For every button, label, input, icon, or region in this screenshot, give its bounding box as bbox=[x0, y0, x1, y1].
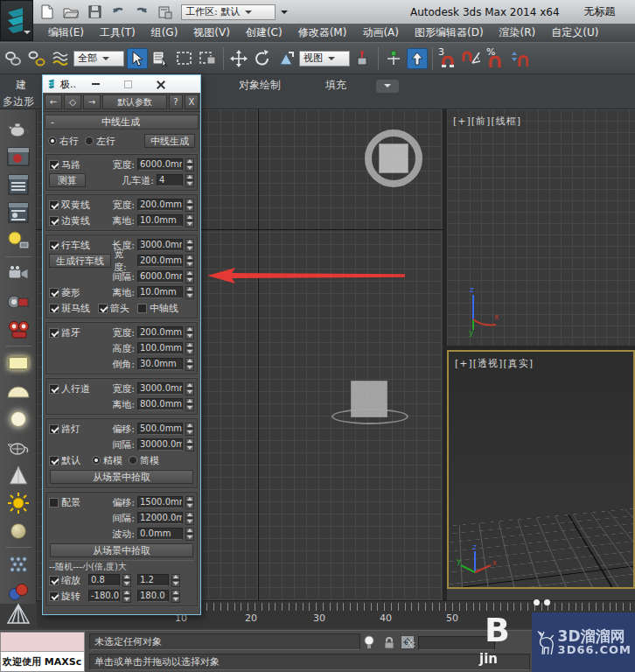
rotate-max-field[interactable]: 180.0 bbox=[137, 590, 169, 602]
viewport-persp-label[interactable]: [+][透视][真实] bbox=[455, 357, 534, 370]
lamp-default-checkbox[interactable] bbox=[49, 456, 59, 466]
light-lister-icon[interactable] bbox=[5, 228, 31, 252]
trackbar-key-dot[interactable] bbox=[534, 599, 540, 606]
scenery-offset-field[interactable]: 1500.0mm bbox=[137, 496, 183, 508]
lamp-offset-field[interactable]: 500.0mm bbox=[137, 423, 183, 435]
lamp-gap-field[interactable]: 30000.0mm bbox=[137, 438, 183, 451]
select-and-manipulate-icon[interactable] bbox=[383, 48, 404, 69]
lane-line-checkbox[interactable] bbox=[49, 241, 59, 250]
sidewalk-height-field[interactable]: 800.0mm bbox=[137, 398, 183, 410]
edge-yellow-checkbox[interactable] bbox=[49, 216, 59, 226]
workspace-selector[interactable]: 工作区: 默认 bbox=[181, 4, 276, 20]
substitute-spheres-icon[interactable] bbox=[5, 580, 31, 604]
bind-to-space-warp-icon[interactable] bbox=[50, 48, 71, 69]
panel-titlebar[interactable]: 极.. bbox=[43, 75, 200, 93]
window-crossing-toggle-icon[interactable] bbox=[198, 48, 219, 69]
select-and-scale-icon[interactable] bbox=[276, 48, 297, 69]
ribbon-tab-object-paint[interactable]: 对象绘制 bbox=[239, 78, 281, 93]
curb-height-field[interactable]: 100.0mm bbox=[137, 342, 183, 354]
help-button[interactable]: ? bbox=[169, 94, 183, 109]
keyboard-shortcut-override-toggle[interactable] bbox=[407, 48, 428, 69]
scenery-gap-field[interactable]: 12000.0mm bbox=[137, 512, 183, 524]
scale-min-field[interactable]: 0.8 bbox=[88, 574, 120, 586]
select-and-rotate-icon[interactable] bbox=[252, 48, 273, 69]
open-file-icon[interactable] bbox=[62, 4, 80, 20]
road-width-field[interactable]: 6000.0mm bbox=[137, 158, 183, 171]
spinner[interactable] bbox=[185, 512, 194, 525]
render-production-teapot-icon[interactable] bbox=[5, 116, 31, 140]
isolate-selection-icon[interactable] bbox=[5, 602, 31, 629]
spinner[interactable] bbox=[185, 255, 194, 268]
curb-bevel-field[interactable]: 30.0mm bbox=[137, 358, 183, 370]
select-object-button[interactable] bbox=[127, 48, 148, 69]
ribbon-tab-modeling[interactable]: 建 bbox=[16, 78, 26, 93]
viewport-perspective[interactable]: [+][透视][真实] z y x bbox=[447, 350, 635, 589]
x-coordinate-field[interactable] bbox=[418, 636, 495, 650]
spinner[interactable] bbox=[185, 174, 194, 187]
radio-lowpoly[interactable] bbox=[129, 456, 137, 465]
rotate-min-field[interactable]: -180.0 bbox=[88, 590, 120, 602]
spinner[interactable] bbox=[185, 158, 194, 172]
select-by-name-icon[interactable] bbox=[150, 48, 171, 69]
project-folder-icon[interactable] bbox=[157, 4, 174, 20]
use-pivot-point-icon[interactable] bbox=[352, 48, 373, 69]
spinner[interactable] bbox=[185, 239, 194, 252]
ribbon-tab-fill[interactable]: 填充 bbox=[325, 78, 346, 93]
maximize-icon[interactable] bbox=[124, 80, 132, 88]
spinner[interactable] bbox=[185, 326, 194, 340]
spinner[interactable] bbox=[185, 342, 194, 355]
menu-create[interactable]: 创建(C) bbox=[238, 25, 290, 40]
menu-animation[interactable]: 动画(A) bbox=[354, 25, 407, 40]
spinner[interactable] bbox=[122, 574, 131, 587]
radio-left-traffic[interactable] bbox=[85, 136, 94, 145]
save-icon[interactable] bbox=[86, 4, 103, 20]
listener-macro-row[interactable] bbox=[1, 633, 84, 652]
redo-icon[interactable] bbox=[133, 4, 150, 20]
generate-lane-lines-button[interactable]: 生成行车线 bbox=[49, 254, 111, 268]
lane-gap-field[interactable]: 6000.0mm bbox=[137, 270, 183, 283]
viewport-front-label[interactable]: [+][前][线框] bbox=[453, 115, 521, 128]
workspace-flyout-icon[interactable] bbox=[281, 10, 288, 18]
snap-toggle-3d-icon[interactable]: 3 bbox=[437, 48, 458, 69]
scenery-pick-from-scene-button[interactable]: 从场景中拾取 bbox=[50, 543, 193, 557]
scale-max-field[interactable]: 1.2 bbox=[137, 574, 169, 586]
lane-width-field[interactable]: 200.0mm bbox=[137, 255, 183, 267]
environment-settings-icon[interactable] bbox=[5, 200, 31, 224]
menu-group[interactable]: 组(G) bbox=[143, 25, 186, 40]
rectangular-selection-region-icon[interactable] bbox=[174, 48, 195, 69]
generate-centerline-button[interactable]: 中线生成 bbox=[144, 134, 195, 148]
roundabout-object[interactable] bbox=[365, 130, 422, 187]
minimize-icon[interactable] bbox=[92, 83, 100, 85]
menu-rendering[interactable]: 渲染(R) bbox=[492, 25, 544, 40]
angle-snap-toggle-icon[interactable] bbox=[461, 48, 482, 69]
sidewalk-checkbox[interactable] bbox=[49, 384, 59, 394]
wire-teapot-icon[interactable] bbox=[5, 435, 31, 458]
batch-render-camera-icon[interactable] bbox=[5, 318, 31, 341]
sphere-object-icon[interactable] bbox=[5, 519, 31, 542]
menu-edit[interactable]: 编辑(E) bbox=[40, 25, 92, 40]
curb-width-field[interactable]: 200.0mm bbox=[137, 326, 183, 339]
spinner[interactable] bbox=[185, 528, 194, 541]
rotate-random-checkbox[interactable] bbox=[49, 592, 59, 601]
max-application-menu-button[interactable] bbox=[0, 0, 33, 41]
lane-length-field[interactable]: 3000.0mm bbox=[137, 239, 183, 251]
lamp-checkbox[interactable] bbox=[49, 424, 59, 434]
lane-offset-field[interactable]: 10.0mm bbox=[137, 286, 183, 298]
lamp-pick-from-scene-button[interactable]: 从场景中拾取 bbox=[50, 470, 193, 484]
menu-graph-editors[interactable]: 图形编辑器(D) bbox=[407, 25, 492, 40]
listener-script-row[interactable]: 欢迎使用 MAXSc bbox=[1, 652, 84, 671]
spinner[interactable] bbox=[185, 199, 194, 212]
menu-tools[interactable]: 工具(T) bbox=[92, 25, 143, 40]
zebra-checkbox[interactable] bbox=[49, 304, 59, 313]
arrow-checkbox[interactable] bbox=[98, 304, 108, 313]
spinner[interactable] bbox=[185, 438, 194, 452]
radio-right-traffic[interactable] bbox=[48, 136, 57, 145]
close-icon[interactable] bbox=[157, 80, 164, 88]
ribbon-group-polygon-label[interactable]: 多边形 bbox=[3, 94, 34, 109]
rollout-centerline[interactable]: - 中线生成 bbox=[45, 115, 199, 130]
close-rollup-button[interactable]: X bbox=[185, 94, 199, 109]
spinner-snap-toggle-icon[interactable] bbox=[508, 48, 529, 69]
spinner[interactable] bbox=[185, 496, 194, 509]
spinner[interactable] bbox=[122, 590, 131, 603]
spinner[interactable] bbox=[185, 358, 194, 371]
